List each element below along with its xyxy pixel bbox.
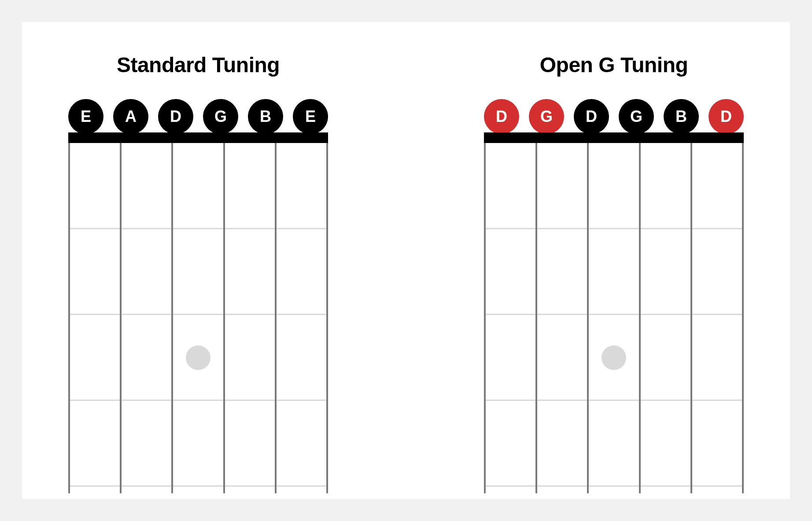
string-note-icon: D [709, 99, 744, 134]
string-note-icon: D [574, 99, 609, 134]
fretboard [484, 132, 744, 493]
string-line [223, 143, 225, 493]
string-note-icon: G [203, 99, 238, 134]
string-note-icon: E [293, 99, 328, 134]
string-note-icon: B [664, 99, 699, 134]
page: Standard Tuning E A D G B E [0, 0, 812, 521]
string-line [484, 143, 486, 493]
string-line [587, 143, 589, 493]
tuning-diagram-open-g: Open G Tuning D G D G B D [473, 53, 755, 499]
string-line [690, 143, 692, 493]
string-note-icon: D [158, 99, 193, 134]
string-note-icon: G [619, 99, 654, 134]
string-lines [484, 143, 744, 493]
nut [484, 132, 744, 143]
note-row: E A D G B E [68, 99, 328, 134]
string-line [171, 143, 173, 493]
fretboard [68, 132, 328, 493]
note-row: D G D G B D [484, 99, 744, 134]
diagram-title: Open G Tuning [540, 53, 688, 77]
string-line [120, 143, 122, 493]
string-note-icon: D [484, 99, 519, 134]
tuning-diagram-standard: Standard Tuning E A D G B E [57, 53, 339, 499]
string-note-icon: G [529, 99, 564, 134]
string-lines [68, 143, 328, 493]
string-note-icon: E [68, 99, 103, 134]
string-line [275, 143, 277, 493]
string-line [535, 143, 537, 493]
string-note-icon: B [248, 99, 283, 134]
nut [68, 132, 328, 143]
diagram-title: Standard Tuning [117, 53, 280, 77]
string-line [326, 143, 328, 493]
string-note-icon: A [113, 99, 148, 134]
string-line [639, 143, 641, 493]
string-line [68, 143, 70, 493]
string-line [742, 143, 744, 493]
diagram-card: Standard Tuning E A D G B E [22, 22, 790, 499]
